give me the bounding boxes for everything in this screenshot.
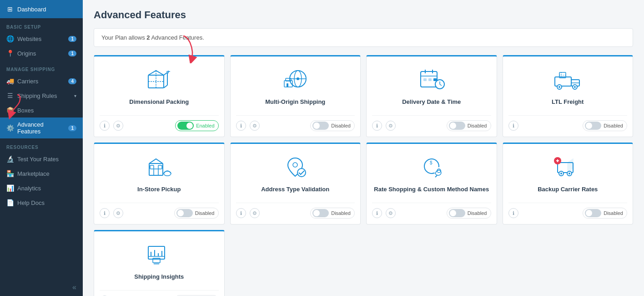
- websites-icon: 🌐: [6, 35, 14, 42]
- ltl-toggle-wrapper[interactable]: Disabled: [583, 120, 627, 131]
- info-button[interactable]: ℹ: [236, 208, 246, 218]
- dimensional-packing-toggle-wrapper[interactable]: Enabled: [175, 120, 218, 131]
- sidebar-item-label: Dashboard: [17, 6, 46, 13]
- address-toggle[interactable]: [312, 209, 329, 217]
- multi-origin-footer: ℹ ⚙ Disabled: [236, 115, 355, 131]
- svg-rect-38: [158, 165, 162, 169]
- sidebar-collapse-button[interactable]: «: [0, 279, 83, 296]
- sidebar-item-websites[interactable]: 🌐 Websites 1: [0, 31, 83, 46]
- sidebar-item-dashboard[interactable]: ⊞ Dashboard: [0, 0, 83, 18]
- backup-carrier-rates-icon: [552, 153, 584, 180]
- toggle-label: Disabled: [468, 210, 487, 216]
- settings-button[interactable]: ⚙: [113, 121, 123, 131]
- toggle-label: Enabled: [196, 123, 214, 128]
- rate-shopping-toggle[interactable]: [449, 209, 465, 217]
- plan-notice-text: Your Plan allows: [101, 34, 145, 41]
- info-button[interactable]: ℹ: [372, 208, 382, 218]
- svg-rect-19: [423, 78, 427, 81]
- svg-point-11: [297, 77, 299, 80]
- info-button[interactable]: ℹ: [372, 121, 382, 131]
- help-docs-icon: 📄: [6, 199, 14, 206]
- delivery-date-time-name: Delivery Date & Time: [402, 98, 461, 109]
- sidebar-item-boxes[interactable]: 📦 Boxes: [0, 103, 83, 117]
- settings-button[interactable]: ⚙: [113, 208, 123, 218]
- delivery-toggle[interactable]: [449, 122, 465, 130]
- shipping-rules-icon: ☰: [6, 92, 14, 99]
- plan-notice: Your Plan allows 2 Advanced Features.: [94, 28, 633, 47]
- sidebar-item-label: Boxes: [17, 107, 34, 114]
- delivery-date-time-footer: ℹ ⚙ Disabled: [372, 115, 491, 131]
- svg-point-40: [293, 163, 297, 167]
- page-title: Advanced Features: [94, 9, 633, 21]
- svg-point-31: [574, 86, 576, 88]
- info-button[interactable]: ℹ: [508, 208, 518, 218]
- svg-point-45: [434, 167, 443, 176]
- in-store-pickup-icon: [143, 153, 175, 180]
- delivery-date-time-icon: [416, 66, 448, 93]
- rate-shopping-toggle-wrapper[interactable]: Disabled: [447, 208, 491, 219]
- sidebar-item-carriers[interactable]: 🚚 Carriers 4: [0, 74, 83, 88]
- chevron-down-icon: ▾: [74, 93, 76, 98]
- shipping-insights-name: Shipping Insights: [134, 273, 184, 284]
- sidebar-item-label: Carriers: [17, 78, 38, 85]
- backup-toggle[interactable]: [585, 209, 601, 217]
- pickup-toggle-wrapper[interactable]: Disabled: [174, 208, 219, 219]
- sidebar-item-marketplace[interactable]: 🏪 Marketplace: [0, 166, 83, 181]
- footer-actions: ℹ ⚙: [100, 208, 123, 218]
- multi-origin-toggle-wrapper[interactable]: Disabled: [310, 120, 355, 131]
- pickup-toggle[interactable]: [176, 209, 193, 217]
- dimensional-packing-icon: [143, 66, 175, 93]
- test-rates-icon: 🔬: [6, 155, 14, 163]
- delivery-toggle-wrapper[interactable]: Disabled: [447, 120, 491, 131]
- advanced-features-badge: 1: [68, 125, 76, 131]
- sidebar-item-shipping-rules[interactable]: ☰ Shipping Rules ▾: [0, 88, 83, 103]
- dimensional-packing-footer: ℹ ⚙ Enabled: [100, 115, 219, 131]
- multi-origin-shipping-icon: [279, 66, 311, 93]
- sidebar-item-origins[interactable]: 📍 Origins 1: [0, 46, 83, 61]
- footer-actions: ℹ ⚙: [372, 208, 396, 218]
- marketplace-icon: 🏪: [6, 170, 14, 177]
- footer-actions: ℹ ⚙: [372, 121, 396, 131]
- info-button[interactable]: ℹ: [100, 121, 110, 131]
- sidebar-item-label: Websites: [17, 36, 41, 42]
- settings-button[interactable]: ⚙: [386, 121, 396, 131]
- sidebar-item-label: Help Docs: [17, 199, 45, 206]
- toggle-label: Disabled: [604, 123, 623, 128]
- sidebar-item-help-docs[interactable]: 📄 Help Docs: [0, 195, 83, 210]
- features-grid: Dimensional Packing ℹ ⚙ Enabled: [94, 55, 633, 296]
- info-button[interactable]: ℹ: [508, 121, 518, 131]
- sidebar-item-test-rates[interactable]: 🔬 Test Your Rates: [0, 152, 83, 166]
- svg-text:$: $: [430, 160, 433, 165]
- feature-card-in-store-pickup: In-Store Pickup ℹ ⚙ Disabled: [94, 143, 225, 225]
- svg-rect-63: [154, 263, 159, 265]
- boxes-icon: 📦: [6, 107, 14, 114]
- svg-point-52: [569, 173, 570, 174]
- toggle-label: Disabled: [468, 123, 487, 128]
- sidebar-item-advanced-features[interactable]: ⚙️ Advanced Features 1: [0, 117, 83, 138]
- ltl-freight-footer: ℹ Disabled: [508, 115, 628, 131]
- backup-carrier-footer: ℹ Disabled: [508, 203, 628, 219]
- svg-rect-14: [287, 83, 288, 87]
- settings-button[interactable]: ⚙: [386, 208, 396, 218]
- sidebar-item-label: Analytics: [17, 185, 41, 192]
- feature-card-address-type-validation: Address Type Validation ℹ ⚙ Disabled: [230, 143, 361, 225]
- svg-rect-20: [428, 78, 432, 81]
- backup-toggle-wrapper[interactable]: Disabled: [583, 208, 627, 219]
- svg-rect-21: [433, 78, 437, 81]
- feature-card-dimensional-packing: Dimensional Packing ℹ ⚙ Enabled: [94, 55, 225, 137]
- info-button[interactable]: ℹ: [100, 208, 110, 218]
- sidebar-item-analytics[interactable]: 📊 Analytics: [0, 181, 83, 195]
- origins-icon: 📍: [6, 50, 14, 57]
- carriers-badge: 4: [68, 78, 76, 84]
- address-toggle-wrapper[interactable]: Disabled: [310, 208, 355, 219]
- dimensional-packing-toggle[interactable]: [177, 122, 194, 130]
- rate-shopping-name: Rate Shopping & Custom Method Names: [374, 186, 489, 196]
- svg-line-47: [435, 175, 437, 177]
- settings-button[interactable]: ⚙: [250, 121, 260, 131]
- multi-origin-toggle[interactable]: [312, 122, 329, 130]
- ltl-toggle[interactable]: [585, 122, 601, 130]
- multi-origin-shipping-name: Multi-Origin Shipping: [265, 98, 325, 109]
- websites-badge: 1: [68, 36, 76, 42]
- settings-button[interactable]: ⚙: [250, 208, 260, 218]
- info-button[interactable]: ℹ: [236, 121, 246, 131]
